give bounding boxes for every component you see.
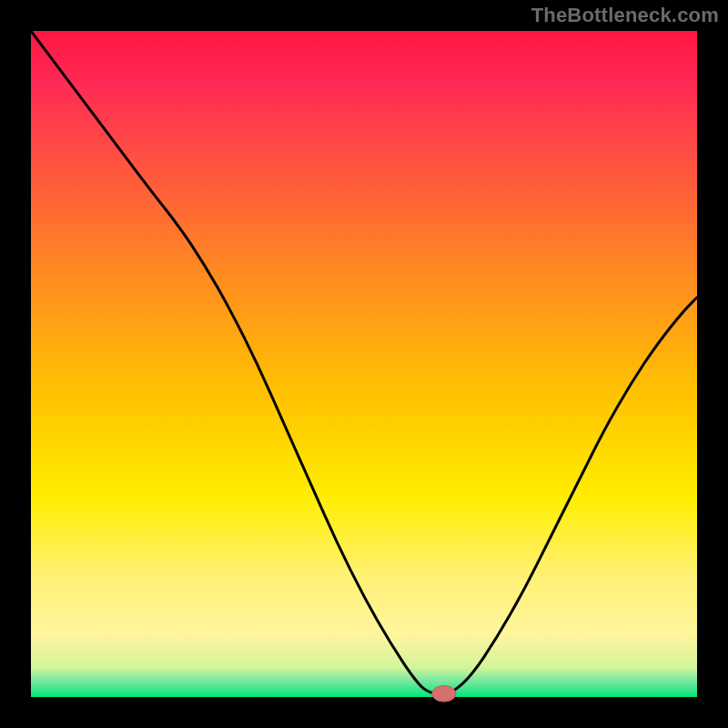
bottleneck-chart: TheBottleneck.com (0, 0, 728, 728)
optimal-point-marker (432, 686, 456, 703)
watermark-text: TheBottleneck.com (531, 4, 719, 27)
chart-svg (0, 0, 728, 728)
